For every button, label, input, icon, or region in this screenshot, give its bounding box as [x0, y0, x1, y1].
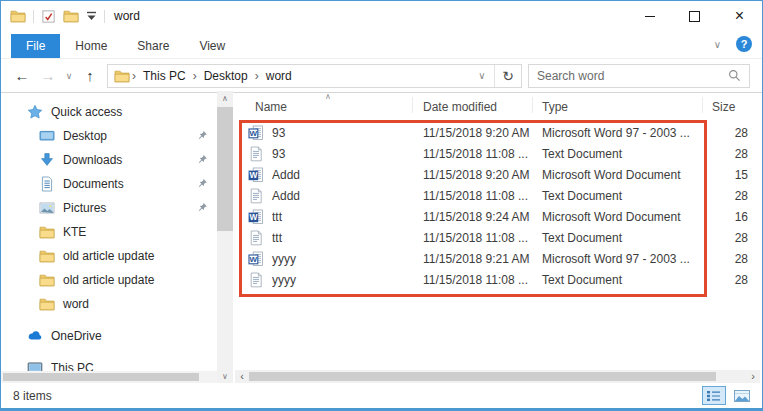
sidebar-item-documents[interactable]: Documents [1, 172, 217, 196]
scrollbar-thumb[interactable] [249, 372, 716, 381]
navigation-bar: ← → ∨ ↑ ›This PC›Desktop›word ∨ ↻ [1, 59, 762, 93]
breadcrumb-item-this-pc[interactable]: This PC [138, 69, 191, 83]
file-row[interactable]: ttt11/15/2018 11:08 ...Text Document28 [233, 228, 762, 249]
scroll-up-icon[interactable]: ∧ [217, 91, 233, 105]
divider [104, 10, 105, 23]
sidebar-item-label: old article update [63, 273, 154, 287]
breadcrumb-separator: › [191, 69, 199, 83]
file-name: yyyy [272, 273, 296, 287]
file-size: 28 [663, 147, 748, 161]
file-date-modified: 11/15/2018 9:20 AM [423, 126, 530, 140]
sidebar-item-downloads[interactable]: Downloads [1, 148, 217, 172]
search-icon[interactable] [728, 69, 741, 82]
file-size: 28 [663, 126, 748, 140]
file-row[interactable]: Wyyyy11/15/2018 9:21 AMMicrosoft Word 97… [233, 249, 762, 270]
svg-text:W: W [249, 212, 257, 222]
file-type: Microsoft Word Document [542, 210, 681, 224]
breadcrumb-item-desktop[interactable]: Desktop [199, 69, 253, 83]
scroll-right-icon[interactable]: › [746, 370, 760, 383]
quick-access-star-icon [27, 104, 43, 120]
address-bar[interactable]: ›This PC›Desktop›word ∨ ↻ [107, 64, 522, 88]
sidebar-item-pictures[interactable]: Pictures [1, 196, 217, 220]
column-header-size[interactable]: Size [712, 100, 735, 114]
column-divider[interactable] [412, 97, 413, 113]
details-view-button[interactable] [702, 386, 726, 405]
file-row[interactable]: 9311/15/2018 11:08 ...Text Document28 [233, 144, 762, 165]
file-row[interactable]: Wttt11/15/2018 9:24 AMMicrosoft Word Doc… [233, 207, 762, 228]
tab-file[interactable]: File [11, 34, 60, 58]
file-name: 93 [272, 147, 285, 161]
scroll-down-icon[interactable]: ∨ [217, 369, 233, 383]
navigation-pane: Quick accessDesktopDownloadsDocumentsPic… [1, 91, 217, 383]
sidebar-item-kte[interactable]: KTE [1, 220, 217, 244]
refresh-icon[interactable]: ↻ [494, 65, 521, 87]
file-name: 93 [272, 126, 285, 140]
text-doc-icon [248, 188, 264, 204]
sidebar-item-old-article-update[interactable]: old article update [1, 244, 217, 268]
file-list-panel: ∧ Name Date modified Type Size W9311/15/… [233, 91, 762, 383]
column-divider[interactable] [702, 97, 703, 113]
thumbnails-view-button[interactable] [730, 386, 754, 405]
folder-icon[interactable] [10, 8, 26, 24]
scrollbar-thumb[interactable] [3, 373, 199, 381]
address-folder-icon [114, 68, 130, 84]
pin-icon [197, 178, 208, 189]
file-row[interactable]: Addd11/15/2018 11:08 ...Text Document28 [233, 186, 762, 207]
sidebar-vertical-scrollbar[interactable]: ∧ ∨ [217, 91, 233, 383]
sidebar-item-onedrive[interactable]: OneDrive [1, 324, 217, 348]
breadcrumb-item-word[interactable]: word [261, 69, 297, 83]
ribbon-tabs: FileHomeShareView [1, 31, 762, 58]
recent-locations-chevron-icon[interactable]: ∨ [61, 71, 77, 81]
file-list-horizontal-scrollbar[interactable]: ‹ › [235, 370, 760, 383]
help-icon[interactable]: ? [736, 36, 752, 52]
file-size: 28 [663, 273, 748, 287]
minimize-button[interactable] [627, 1, 672, 31]
close-button[interactable]: × [717, 1, 762, 31]
up-button[interactable]: ↑ [77, 67, 103, 84]
sidebar-item-old-article-update[interactable]: old article update [1, 268, 217, 292]
forward-button[interactable]: → [35, 67, 61, 84]
file-size: 28 [663, 231, 748, 245]
file-row[interactable]: WAddd11/15/2018 9:20 AMMicrosoft Word Do… [233, 165, 762, 186]
minimize-ribbon-chevron-icon[interactable]: ∨ [714, 39, 721, 50]
scroll-left-icon[interactable]: ‹ [235, 370, 249, 383]
file-row[interactable]: yyyy11/15/2018 11:08 ...Text Document28 [233, 270, 762, 291]
tab-share[interactable]: Share [122, 34, 184, 58]
onedrive-icon [27, 328, 43, 344]
sidebar-item-word[interactable]: word [1, 292, 217, 316]
column-header-name[interactable]: Name [255, 100, 287, 114]
file-type: Microsoft Word Document [542, 168, 681, 182]
sidebar-item-quick-access[interactable]: Quick access [1, 100, 217, 124]
file-name: yyyy [272, 252, 296, 266]
breadcrumb-separator: › [253, 69, 261, 83]
address-dropdown-chevron-icon[interactable]: ∨ [470, 70, 494, 81]
view-switcher [702, 386, 762, 405]
folder-icon [39, 224, 55, 240]
file-row[interactable]: W9311/15/2018 9:20 AMMicrosoft Word 97 -… [233, 123, 762, 144]
sidebar-horizontal-scrollbar[interactable] [1, 371, 217, 383]
file-size: 15 [663, 168, 748, 182]
word-doc-icon: W [248, 167, 264, 183]
column-header-type[interactable]: Type [542, 100, 568, 114]
sidebar-item-desktop[interactable]: Desktop [1, 124, 217, 148]
new-folder-icon[interactable] [63, 8, 79, 24]
file-size: 28 [663, 189, 748, 203]
column-header-date-modified[interactable]: Date modified [423, 100, 497, 114]
sidebar-item-label: word [63, 297, 89, 311]
tab-home[interactable]: Home [60, 34, 122, 58]
maximize-button[interactable] [672, 1, 717, 31]
scrollbar-thumb[interactable] [217, 107, 233, 231]
sidebar-item-label: Quick access [51, 105, 122, 119]
back-button[interactable]: ← [9, 67, 35, 84]
customize-qat-dropdown-icon[interactable] [86, 11, 97, 21]
window-title: word [114, 9, 140, 23]
file-size: 28 [663, 252, 748, 266]
file-size: 16 [663, 210, 748, 224]
search-input[interactable] [537, 69, 728, 83]
properties-check-icon[interactable] [41, 9, 56, 24]
tab-view[interactable]: View [184, 34, 240, 58]
titlebar[interactable]: word × [1, 1, 762, 31]
pictures-icon [39, 200, 55, 216]
column-divider[interactable] [532, 97, 533, 113]
file-date-modified: 11/15/2018 9:20 AM [423, 168, 530, 182]
